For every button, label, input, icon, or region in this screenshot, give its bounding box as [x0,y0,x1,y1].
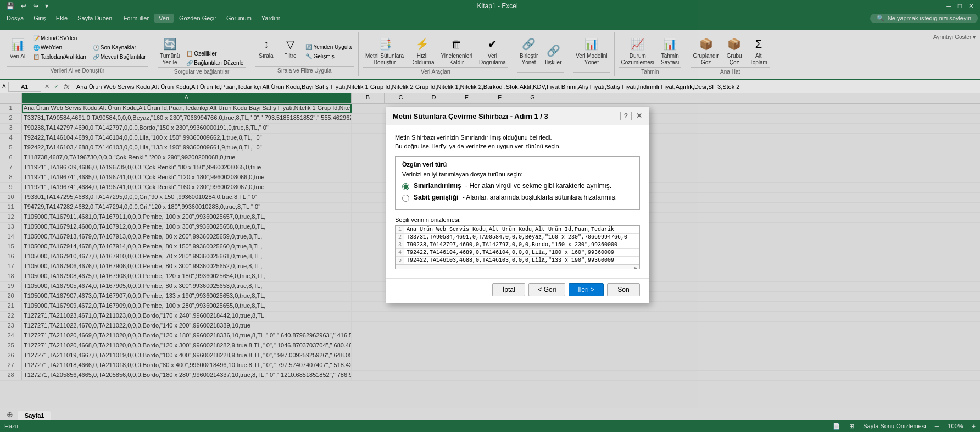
text-to-columns-dialog: Metni Sütunlara Çevirme Sihirbazı - Adım… [386,107,649,303]
radio-sinirlandirilmis-input[interactable] [402,183,409,190]
radio-sabit-input[interactable] [402,195,409,202]
dialog-back-btn[interactable]: < Geri [528,283,565,296]
dialog-desc1: Metin Sihirbazı verinizin Sınırlandırılm… [395,134,640,141]
dialog-title-bar: Metni Sütunlara Çevirme Sihirbazı - Adım… [386,107,649,125]
preview-row-content: Ana Ürün Web Servis Kodu,Alt Ürün Kodu,A… [404,226,616,233]
dialog-help-btn[interactable]: ? [620,112,632,120]
original-data-type-label: Özgün veri türü [402,161,633,168]
list-item: 2T33731,TA90584,4691,0,TA90584,0,0,0,Bey… [396,234,639,241]
data-type-fieldset: Özgün veri türü Verinizi en iyi tanımlay… [395,156,640,210]
preview-row-number: 4 [396,249,404,256]
dialog-buttons: İptal < Geri İleri > Son [386,278,649,303]
preview-row-content: T92422,TA146104,4689,0,TA146104,0,0,0,Li… [404,249,616,256]
radio-sinirlandirilmis[interactable]: Sınırlandırılmış - Her alan virgül ve se… [402,182,633,190]
dialog-close-btn[interactable]: ✕ [636,112,642,120]
dialog-overlay: Metni Sütunlara Çevirme Sihirbazı - Adım… [0,93,980,408]
dialog-body: Metin Sihirbazı verinizin Sınırlandırılm… [386,125,649,278]
preview-row-content: T33731,TA90584,4691,0,TA90584,0,0,0,Beya… [404,234,630,241]
radio-sabit-label: Sabit genişliği - Alanlar, aralarında bo… [414,193,617,201]
preview-row-number: 3 [396,241,404,248]
dialog-desc2: Bu doğru ise, İleri'yi ya da verinize en… [395,143,640,149]
dialog-finish-btn[interactable]: Son [607,283,640,296]
list-item: 5T92422,TA146103,4688,0,TA146103,0,0,0,L… [396,257,639,264]
preview-box: 1Ana Ürün Web Servis Kodu,Alt Ürün Kodu,… [395,225,640,269]
preview-row-number: 5 [396,257,404,264]
data-type-prompt: Verinizi en iyi tanımlayan dosya türünü … [402,171,633,178]
list-item: 1Ana Ürün Web Servis Kodu,Alt Ürün Kodu,… [396,226,639,234]
radio-sinirlandirilmis-label: Sınırlandırılmış - Her alan virgül ve se… [414,182,611,190]
list-item: 3T90238,TA142797,4690,0,TA142797,0,0,0,B… [396,241,639,249]
preview-label: Seçili verinin önizlemesi: [395,217,640,223]
dialog-cancel-btn[interactable]: İptal [492,283,525,296]
list-item: 4T92422,TA146104,4689,0,TA146104,0,0,0,L… [396,249,639,257]
radio-sabit[interactable]: Sabit genişliği - Alanlar, aralarında bo… [402,193,633,202]
preview-row-content: T92422,TA146103,4688,0,TA146103,0,0,0,Li… [404,257,616,264]
preview-row-content: T90238,TA142797,4690,0,TA142797,0,0,0,Bo… [404,241,620,248]
preview-section: Seçili verinin önizlemesi: 1Ana Ürün Web… [395,217,640,269]
preview-scrollbar[interactable]: ▶ [396,264,639,269]
dialog-next-btn[interactable]: İleri > [569,283,604,296]
dialog-title: Metni Sütunlara Çevirme Sihirbazı - Adım… [393,112,548,120]
preview-row-number: 2 [396,234,404,241]
preview-row-number: 1 [396,226,404,233]
